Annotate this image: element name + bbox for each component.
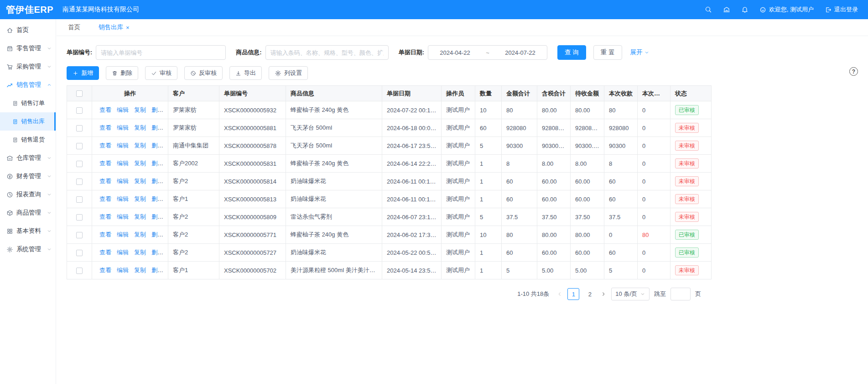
row-checkbox[interactable]	[76, 107, 83, 114]
view-link[interactable]: 查看	[99, 142, 111, 149]
copy-link[interactable]: 复制	[134, 267, 146, 274]
delete-link[interactable]: 删除	[151, 142, 163, 149]
audit-button[interactable]: 审核	[145, 66, 177, 80]
row-checkbox[interactable]	[76, 125, 83, 132]
close-icon[interactable]: ×	[126, 25, 130, 31]
sidebar-item-product[interactable]: 商品管理	[0, 204, 56, 222]
date-end-value: 2024-07-22	[505, 49, 535, 56]
row-checkbox[interactable]	[76, 214, 83, 221]
cell-receivable: 90300.00	[571, 137, 604, 155]
cell-customer: 南通中集集团	[168, 137, 219, 155]
row-checkbox[interactable]	[76, 179, 83, 185]
sidebar-item-system[interactable]: 系统管理	[0, 240, 56, 258]
sidebar-item-sales[interactable]: 销售管理	[0, 76, 56, 94]
delete-link[interactable]: 删除	[151, 160, 163, 167]
bill-no-input[interactable]	[96, 45, 226, 60]
copy-link[interactable]: 复制	[134, 160, 146, 167]
export-button[interactable]: 导出	[229, 66, 262, 80]
expand-link[interactable]: 展开	[630, 48, 650, 57]
row-checkbox[interactable]	[76, 196, 83, 203]
row-checkbox[interactable]	[76, 143, 83, 149]
edit-link[interactable]: 编辑	[117, 195, 129, 202]
copy-link[interactable]: 复制	[134, 195, 146, 202]
row-checkbox[interactable]	[76, 250, 83, 256]
delete-button[interactable]: 删除	[106, 66, 138, 80]
search-button[interactable]: 查 询	[557, 45, 586, 60]
copy-link[interactable]: 复制	[134, 124, 146, 131]
sidebar-item-sales-order[interactable]: 销售订单	[0, 94, 56, 112]
sidebar-item-basic[interactable]: 基本资料	[0, 222, 56, 240]
view-link[interactable]: 查看	[99, 178, 111, 184]
select-all-checkbox[interactable]	[76, 90, 83, 97]
help-icon[interactable]: ?	[849, 67, 858, 76]
table-container: 操作客户单据编号商品信息单据日期操作员数量金额合计含税合计待收金额本次收款本次欠…	[67, 85, 711, 279]
sidebar-item-warehouse[interactable]: 仓库管理	[0, 149, 56, 167]
search-icon[interactable]	[705, 6, 712, 13]
view-link[interactable]: 查看	[99, 267, 111, 274]
org-icon[interactable]	[723, 6, 730, 13]
delete-link[interactable]: 删除	[151, 267, 163, 274]
page-size-select[interactable]: 10 条/页	[611, 288, 650, 300]
copy-link[interactable]: 复制	[134, 231, 146, 238]
delete-link[interactable]: 删除	[151, 124, 163, 131]
copy-link[interactable]: 复制	[134, 213, 146, 220]
delete-link[interactable]: 删除	[151, 249, 163, 256]
edit-link[interactable]: 编辑	[117, 249, 129, 256]
sidebar-item-report[interactable]: 报表查询	[0, 185, 56, 204]
welcome-user[interactable]: 欢迎您, 测试用户	[759, 5, 814, 14]
edit-link[interactable]: 编辑	[117, 267, 129, 274]
unaudit-button[interactable]: 反审核	[184, 66, 223, 80]
sidebar-item-home[interactable]: 首页	[0, 21, 56, 39]
product-info-input[interactable]	[265, 45, 389, 60]
view-link[interactable]: 查看	[99, 231, 111, 238]
view-link[interactable]: 查看	[99, 195, 111, 202]
edit-link[interactable]: 编辑	[117, 124, 129, 131]
edit-link[interactable]: 编辑	[117, 178, 129, 184]
cell-product: 蜂蜜柚子茶 240g 黄色	[286, 155, 382, 173]
next-page-icon[interactable]	[600, 291, 607, 297]
sidebar-item-sales-outbound[interactable]: 销售出库	[0, 112, 56, 131]
page-button-1[interactable]: 1	[567, 288, 579, 300]
sidebar-item-retail[interactable]: 零售管理	[0, 39, 56, 58]
copy-link[interactable]: 复制	[134, 178, 146, 184]
prev-page-icon[interactable]	[556, 291, 563, 297]
sidebar-item-finance[interactable]: 财务管理	[0, 167, 56, 185]
delete-link[interactable]: 删除	[151, 195, 163, 202]
cell-received: 80	[604, 101, 638, 119]
view-link[interactable]: 查看	[99, 106, 111, 113]
edit-link[interactable]: 编辑	[117, 106, 129, 113]
view-link[interactable]: 查看	[99, 213, 111, 220]
page-button-2[interactable]: 2	[584, 288, 596, 300]
cell-status: 已审核	[670, 101, 712, 119]
copy-link[interactable]: 复制	[134, 142, 146, 149]
sidebar-item-purchase[interactable]: 采购管理	[0, 58, 56, 76]
view-link[interactable]: 查看	[99, 160, 111, 167]
delete-link[interactable]: 删除	[151, 178, 163, 184]
delete-link[interactable]: 删除	[151, 106, 163, 113]
copy-link[interactable]: 复制	[134, 249, 146, 256]
edit-link[interactable]: 编辑	[117, 142, 129, 149]
chevron-down-icon	[47, 174, 52, 179]
edit-link[interactable]: 编辑	[117, 213, 129, 220]
columns-button[interactable]: 列设置	[269, 66, 308, 80]
row-checkbox[interactable]	[76, 232, 83, 238]
delete-link[interactable]: 删除	[151, 213, 163, 220]
view-link[interactable]: 查看	[99, 249, 111, 256]
bell-icon[interactable]	[741, 6, 748, 13]
logout-button[interactable]: 退出登录	[825, 5, 858, 14]
column-header: 金额合计	[502, 86, 537, 101]
tab-home[interactable]: 首页	[68, 23, 80, 32]
sidebar-item-sales-return[interactable]: 销售退货	[0, 131, 56, 149]
copy-link[interactable]: 复制	[134, 106, 146, 113]
row-checkbox[interactable]	[76, 268, 83, 274]
add-button[interactable]: 新增	[67, 66, 99, 80]
reset-button[interactable]: 重 置	[593, 45, 622, 60]
view-link[interactable]: 查看	[99, 124, 111, 131]
row-checkbox[interactable]	[76, 161, 83, 167]
edit-link[interactable]: 编辑	[117, 231, 129, 238]
jump-input[interactable]	[670, 288, 691, 300]
tab-sales-outbound[interactable]: 销售出库×	[99, 23, 130, 32]
date-range-picker[interactable]: 2024-04-22 ~ 2024-07-22	[428, 45, 547, 60]
edit-link[interactable]: 编辑	[117, 160, 129, 167]
delete-link[interactable]: 删除	[151, 231, 163, 238]
